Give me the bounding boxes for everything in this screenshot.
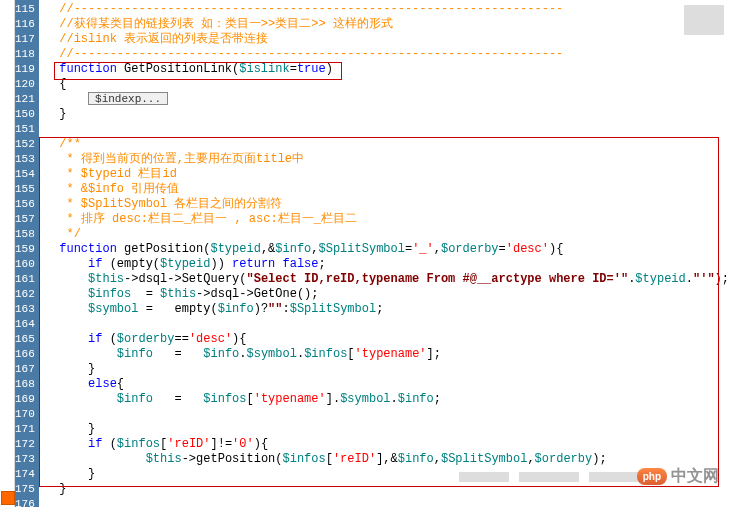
- line-number[interactable]: 159: [15, 242, 35, 257]
- line-number-gutter[interactable]: 115 116 117 118 119 120 121 150 151 152 …: [15, 0, 39, 507]
- code-text: * 排序 desc:栏目二_栏目一 , asc:栏目一_栏目二: [45, 212, 357, 226]
- code-line[interactable]: [39, 407, 729, 422]
- line-number[interactable]: 164: [15, 317, 35, 332]
- decoration: [459, 472, 509, 482]
- code-line[interactable]: $indexp...: [39, 92, 729, 107]
- line-number[interactable]: 165: [15, 332, 35, 347]
- line-number[interactable]: 151: [15, 122, 35, 137]
- line-number[interactable]: 170: [15, 407, 35, 422]
- code-text: /**: [45, 137, 81, 151]
- line-number[interactable]: 167: [15, 362, 35, 377]
- code-text: //--------------------------------------…: [45, 2, 564, 16]
- line-number[interactable]: 161: [15, 272, 35, 287]
- line-number[interactable]: 119: [15, 62, 35, 77]
- line-number[interactable]: 166: [15, 347, 35, 362]
- line-number[interactable]: 169: [15, 392, 35, 407]
- code-line[interactable]: function getPosition($typeid,&$info,$Spl…: [39, 242, 729, 257]
- line-number[interactable]: 155: [15, 182, 35, 197]
- decoration: [519, 472, 579, 482]
- code-line[interactable]: $info = $infos['typename'].$symbol.$info…: [39, 392, 729, 407]
- line-number[interactable]: 115: [15, 2, 35, 17]
- line-number[interactable]: 174: [15, 467, 35, 482]
- line-number[interactable]: 171: [15, 422, 35, 437]
- code-text: //islink 表示返回的列表是否带连接: [45, 32, 268, 46]
- code-text: * 得到当前页的位置,主要用在页面title中: [45, 152, 304, 166]
- code-line[interactable]: $this->getPosition($infos['reID'],&$info…: [39, 452, 729, 467]
- line-number[interactable]: 152: [15, 137, 35, 152]
- code-line[interactable]: }: [39, 482, 729, 497]
- code-line[interactable]: $info = $info.$symbol.$infos['typename']…: [39, 347, 729, 362]
- code-line[interactable]: }: [39, 422, 729, 437]
- line-number[interactable]: 117: [15, 32, 35, 47]
- code-text: //--------------------------------------…: [45, 47, 564, 61]
- code-fold[interactable]: $indexp...: [88, 92, 168, 105]
- line-number[interactable]: 120: [15, 77, 35, 92]
- code-line[interactable]: if ($infos['reID']!='0'){: [39, 437, 729, 452]
- code-line[interactable]: function GetPositionLink($islink=true): [39, 62, 729, 77]
- line-number[interactable]: 121: [15, 92, 35, 107]
- code-line[interactable]: [39, 122, 729, 137]
- code-text: * $SplitSymbol 各栏目之间的分割符: [45, 197, 283, 211]
- line-number[interactable]: 160: [15, 257, 35, 272]
- code-line[interactable]: [39, 317, 729, 332]
- code-line[interactable]: $symbol = empty($info)?"":$SplitSymbol;: [39, 302, 729, 317]
- line-number[interactable]: 163: [15, 302, 35, 317]
- code-line[interactable]: }: [39, 362, 729, 377]
- line-number[interactable]: 153: [15, 152, 35, 167]
- line-number[interactable]: 156: [15, 197, 35, 212]
- code-line[interactable]: if ($orderby=='desc'){: [39, 332, 729, 347]
- code-editor: 115 116 117 118 119 120 121 150 151 152 …: [0, 0, 729, 507]
- line-number[interactable]: 154: [15, 167, 35, 182]
- line-number[interactable]: 176: [15, 497, 35, 507]
- code-text: * &$info 引用传值: [45, 182, 179, 196]
- watermark: php 中文网: [637, 466, 719, 487]
- watermark-text: 中文网: [671, 466, 719, 487]
- code-line[interactable]: if (empty($typeid)) return false;: [39, 257, 729, 272]
- line-number[interactable]: 162: [15, 287, 35, 302]
- line-number[interactable]: 157: [15, 212, 35, 227]
- line-number[interactable]: 116: [15, 17, 35, 32]
- line-number[interactable]: 175: [15, 482, 35, 497]
- line-number[interactable]: 173: [15, 452, 35, 467]
- code-text: //获得某类目的链接列表 如：类目一>>类目二>> 这样的形式: [45, 17, 393, 31]
- code-text: * $typeid 栏目id: [45, 167, 177, 181]
- watermark-badge: php: [637, 468, 667, 485]
- icon-gutter: [0, 0, 15, 507]
- line-number[interactable]: 158: [15, 227, 35, 242]
- line-number[interactable]: 172: [15, 437, 35, 452]
- code-line[interactable]: }: [39, 107, 729, 122]
- code-line[interactable]: $this->dsql->SetQuery("Select ID,reID,ty…: [39, 272, 729, 287]
- code-content[interactable]: //--------------------------------------…: [39, 0, 729, 507]
- decoration: [684, 5, 724, 35]
- code-line[interactable]: $infos = $this->dsql->GetOne();: [39, 287, 729, 302]
- code-text: */: [45, 227, 81, 241]
- code-line[interactable]: {: [39, 77, 729, 92]
- code-line[interactable]: else{: [39, 377, 729, 392]
- line-number[interactable]: 168: [15, 377, 35, 392]
- line-number[interactable]: 118: [15, 47, 35, 62]
- app-icon: [1, 491, 15, 505]
- line-number[interactable]: 150: [15, 107, 35, 122]
